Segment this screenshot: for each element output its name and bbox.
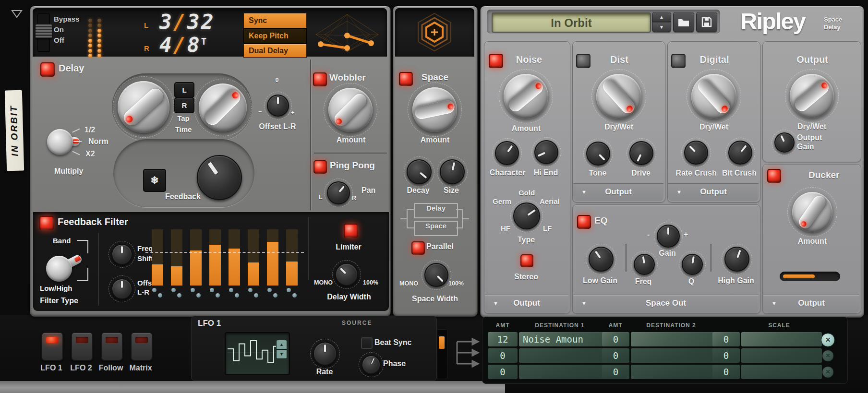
matrix-r2-dest1[interactable] [519,348,604,363]
dist-enable-led[interactable] [576,54,591,68]
matrix-r3-amt1[interactable]: 0 [488,365,518,379]
lfo-rate-knob[interactable] [313,342,337,366]
space-width-knob[interactable] [424,263,448,287]
decay-knob[interactable] [407,159,432,184]
eq-q-knob[interactable] [682,254,703,275]
preset-up-button[interactable]: ▲ [652,12,671,22]
matrix-r3-amt2[interactable]: 0 [602,365,629,379]
noise-amount-knob[interactable] [504,74,548,119]
bit-crush-knob[interactable] [728,141,752,165]
ping-pong-enable-led[interactable] [313,160,327,174]
matrix-r2-dest2[interactable] [631,348,715,363]
matrix-r2-delete-button[interactable]: ✕ [822,350,834,362]
nav-matrix-label[interactable]: Matrix [129,364,152,372]
rate-crush-knob[interactable] [684,141,708,165]
stereo-led[interactable] [520,254,533,267]
multiply-half-label[interactable]: 1/2 [84,126,95,134]
space-amount-knob[interactable] [412,87,457,132]
multiply-lever-base[interactable] [47,129,73,155]
space-enable-led[interactable] [399,72,413,86]
matrix-r2-amt2[interactable]: 0 [602,348,629,363]
matrix-r1-amt3[interactable]: 0 [712,332,740,346]
matrix-r3-scale[interactable] [741,365,822,379]
nav-matrix-button[interactable] [131,332,153,361]
freeze-button[interactable]: ❄ [143,169,166,192]
matrix-r1-dest1[interactable]: Noise Amoun [519,332,604,346]
mod-amount-fader[interactable] [437,329,447,379]
nav-follow-label[interactable]: Follow [99,364,123,372]
matrix-r1-delete-button[interactable]: ✕ [821,333,835,347]
size-knob[interactable] [440,159,465,184]
wobbler-amount-knob[interactable] [328,88,373,132]
eq-footer[interactable]: ▼ Space Out [573,295,759,312]
preset-browse-button[interactable] [673,12,694,32]
filter-offset-knob[interactable] [111,278,133,299]
output-gain-knob[interactable] [774,132,795,153]
matrix-r3-dest2[interactable] [631,365,715,379]
delay-offset-knob[interactable] [267,95,289,117]
freq-shift-knob[interactable] [111,244,133,265]
noise-enable-led[interactable] [489,54,503,68]
dist-drywet-knob[interactable] [596,74,641,119]
nav-lfo2-button[interactable] [71,332,93,361]
delay-enable-led[interactable] [40,62,55,77]
digital-output-footer[interactable]: ▼ Output [668,183,759,201]
ff-threshold[interactable] [145,252,304,253]
hi-end-knob[interactable] [534,140,558,164]
ducker-slider-fill[interactable] [783,274,815,278]
eq-enable-led[interactable] [577,215,591,229]
delay-width-knob[interactable] [335,263,358,286]
matrix-r1-scale[interactable] [741,332,822,346]
feedback-filter-enable-led[interactable] [39,216,54,230]
pan-knob[interactable] [327,181,350,204]
matrix-r1-amt1[interactable]: 12 [488,332,518,346]
matrix-r2-scale[interactable] [741,348,822,363]
matrix-r3-amt3[interactable]: 0 [712,365,740,379]
matrix-r2-amt1[interactable]: 0 [488,348,518,363]
ducker-slider-track[interactable] [780,272,840,281]
nav-lfo1-label[interactable]: LFO 1 [40,364,62,372]
low-high-label[interactable]: Low/High [40,284,72,292]
drive-knob[interactable] [629,141,653,165]
matrix-r3-delete-button[interactable]: ✕ [822,366,834,378]
bypass-switch-handle[interactable] [35,24,52,38]
feedback-knob[interactable] [197,155,242,200]
sync-button[interactable]: Sync [243,13,307,28]
preset-save-button[interactable] [696,12,717,32]
delay-time-left-knob[interactable] [118,81,169,133]
matrix-r1-amt2[interactable]: 0 [602,332,629,346]
limiter-led[interactable] [344,224,358,238]
character-knob[interactable] [495,141,519,165]
noise-output-footer[interactable]: ▼ Output [485,295,568,312]
preset-display[interactable]: In Orbit [492,12,651,33]
matrix-r1-dest2[interactable] [631,332,715,346]
lfo-phase-knob[interactable] [362,355,381,374]
tap-right-button[interactable]: R [174,97,194,113]
output-drywet-knob[interactable] [790,74,834,118]
keep-pitch-button[interactable]: Keep Pitch [243,28,307,44]
high-gain-knob[interactable] [724,247,749,272]
digital-drywet-knob[interactable] [691,74,736,119]
tone-knob[interactable] [586,142,610,166]
beat-sync-checkbox[interactable] [361,337,373,349]
ducker-footer[interactable]: ▼ Output [763,295,859,312]
tap-left-button[interactable]: L [174,82,194,98]
multiply-x2-label[interactable]: X2 [85,150,95,158]
dist-output-footer[interactable]: ▼ Output [573,183,663,201]
eq-freq-knob[interactable] [634,254,655,275]
nav-lfo2-label[interactable]: LFO 2 [70,364,92,372]
ducker-enable-led[interactable] [767,169,781,183]
multiply-norm-label[interactable]: Norm [88,137,108,146]
low-gain-knob[interactable] [589,247,614,272]
filter-type-lever-base[interactable] [46,256,72,282]
nav-follow-button[interactable] [101,332,123,361]
mod-amount-fader-value[interactable] [439,336,445,349]
dual-delay-button[interactable]: Dual Delay [243,44,307,58]
parallel-led[interactable] [411,241,425,255]
preset-down-button[interactable]: ▼ [652,22,671,32]
matrix-r2-amt3[interactable]: 0 [712,348,740,363]
wobbler-enable-led[interactable] [313,72,327,86]
feedback-filter-graph[interactable] [152,229,298,286]
delay-time-right-knob[interactable] [199,83,247,131]
matrix-r3-dest1[interactable] [519,365,604,379]
